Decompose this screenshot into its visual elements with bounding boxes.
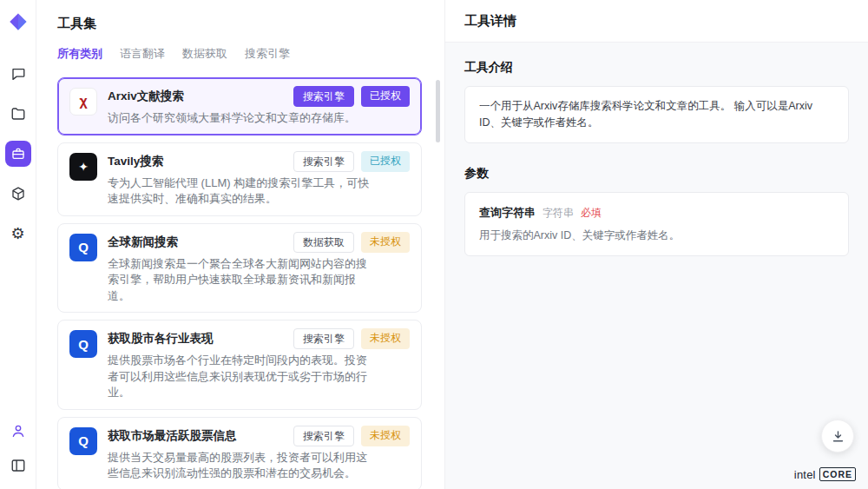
tool-icon: Q bbox=[69, 427, 97, 455]
tool-name: Tavily搜索 bbox=[108, 154, 293, 169]
settings-icon[interactable]: ⚙ bbox=[5, 221, 31, 247]
auth-status-badge: 未授权 bbox=[361, 426, 410, 446]
tool-description: 全球新闻搜索是一个聚合全球各大新闻网站内容的搜索引擎，帮助用户快速获取全球最新资… bbox=[108, 256, 370, 304]
tool-card[interactable]: ✦ Tavily搜索 搜索引擎 已授权 专为人工智能代理 (LLM) 构建的搜索… bbox=[57, 142, 422, 216]
auth-status-badge: 未授权 bbox=[361, 232, 410, 253]
auth-status-badge: 已授权 bbox=[361, 151, 410, 172]
tool-name: 获取股市各行业表现 bbox=[108, 331, 293, 347]
briefcase-icon[interactable] bbox=[5, 141, 31, 167]
tool-body: 全球新闻搜索 数据获取 未授权 全球新闻搜索是一个聚合全球各大新闻网站内容的搜索… bbox=[108, 232, 410, 305]
tool-name: Arxiv文献搜索 bbox=[108, 89, 293, 104]
tool-description: 提供股票市场各个行业在特定时间段内的表现。投资者可以利用这些信息来识别表现优于或… bbox=[108, 353, 370, 400]
tool-body: Tavily搜索 搜索引擎 已授权 专为人工智能代理 (LLM) 构建的搜索引擎… bbox=[108, 151, 410, 208]
app-logo[interactable] bbox=[9, 12, 28, 35]
category-tab[interactable]: 数据获取 bbox=[182, 46, 227, 62]
details-title: 工具详情 bbox=[445, 0, 868, 43]
panel-icon[interactable] bbox=[5, 453, 31, 479]
category-badge: 数据获取 bbox=[293, 232, 354, 253]
left-rail: ⚙ bbox=[0, 0, 36, 489]
intel-core-badge: CORE bbox=[819, 467, 856, 481]
category-badge: 搜索引擎 bbox=[293, 328, 354, 349]
tool-icon: ✦ bbox=[69, 153, 97, 181]
tool-card[interactable]: χ Arxiv文献搜索 搜索引擎 已授权 访问各个研究领域大量科学论文和文章的存… bbox=[57, 77, 422, 135]
package-icon[interactable] bbox=[5, 181, 31, 207]
page-title: 工具集 bbox=[36, 16, 444, 32]
intro-card: 一个用于从Arxiv存储库搜索科学论文和文章的工具。 输入可以是Arxiv ID… bbox=[464, 86, 849, 143]
tool-icon: Q bbox=[69, 234, 97, 261]
tool-icon-glyph: ✦ bbox=[78, 160, 89, 174]
tool-details-panel: 工具详情 工具介绍 一个用于从Arxiv存储库搜索科学论文和文章的工具。 输入可… bbox=[444, 0, 868, 489]
category-tabs: 所有类别 语言翻译 数据获取 搜索引擎 bbox=[36, 46, 444, 62]
scrollbar-thumb[interactable] bbox=[436, 80, 440, 142]
tool-head: Arxiv文献搜索 搜索引擎 已授权 bbox=[108, 86, 410, 107]
tool-head: 全球新闻搜索 数据获取 未授权 bbox=[108, 232, 410, 253]
tool-head: 获取市场最活跃股票信息 搜索引擎 未授权 bbox=[108, 426, 410, 446]
tool-card[interactable]: Q 获取市场最活跃股票信息 搜索引擎 未授权 提供当天交易量最高的股票列表，投资… bbox=[57, 417, 422, 489]
category-tab[interactable]: 所有类别 bbox=[57, 46, 102, 62]
download-button[interactable] bbox=[821, 420, 854, 453]
category-tab[interactable]: 搜索引擎 bbox=[245, 46, 290, 62]
tool-description: 专为人工智能代理 (LLM) 构建的搜索引擎工具，可快速提供实时、准确和真实的结… bbox=[108, 175, 370, 208]
intro-text: 一个用于从Arxiv存储库搜索科学论文和文章的工具。 输入可以是Arxiv ID… bbox=[479, 100, 812, 129]
tool-head: Tavily搜索 搜索引擎 已授权 bbox=[108, 151, 410, 172]
params-heading: 参数 bbox=[464, 166, 849, 182]
tool-description: 访问各个研究领域大量科学论文和文章的存储库。 bbox=[108, 110, 370, 126]
intel-wordmark: intel bbox=[794, 468, 816, 481]
tool-badges: 搜索引擎 未授权 bbox=[293, 426, 410, 446]
category-tab[interactable]: 语言翻译 bbox=[120, 46, 165, 62]
tool-head: 获取股市各行业表现 搜索引擎 未授权 bbox=[108, 328, 410, 349]
param-required-flag: 必填 bbox=[581, 205, 602, 221]
tool-description: 提供当天交易量最高的股票列表，投资者可以利用这些信息来识别流动性强的股票和潜在的… bbox=[108, 450, 370, 482]
tool-name: 全球新闻搜索 bbox=[108, 235, 293, 250]
param-row: 查询字符串 字符串 必填 bbox=[479, 204, 834, 221]
details-content: 工具介绍 一个用于从Arxiv存储库搜索科学论文和文章的工具。 输入可以是Arx… bbox=[445, 43, 868, 270]
tool-badges: 搜索引擎 未授权 bbox=[293, 328, 410, 349]
tool-badges: 数据获取 未授权 bbox=[293, 232, 410, 253]
gear-glyph: ⚙ bbox=[10, 226, 24, 241]
tool-icon-glyph: Q bbox=[78, 240, 89, 254]
tool-body: Arxiv文献搜索 搜索引擎 已授权 访问各个研究领域大量科学论文和文章的存储库… bbox=[108, 86, 410, 127]
intro-heading: 工具介绍 bbox=[464, 60, 849, 76]
category-badge: 搜索引擎 bbox=[293, 86, 354, 107]
category-badge: 搜索引擎 bbox=[293, 151, 354, 172]
auth-status-badge: 已授权 bbox=[361, 86, 410, 107]
category-badge: 搜索引擎 bbox=[293, 426, 354, 446]
tool-name: 获取市场最活跃股票信息 bbox=[108, 428, 293, 444]
tool-list-panel: 工具集 所有类别 语言翻译 数据获取 搜索引擎 χ Arxiv文献搜索 搜索引擎 bbox=[36, 0, 444, 489]
tool-list: χ Arxiv文献搜索 搜索引擎 已授权 访问各个研究领域大量科学论文和文章的存… bbox=[36, 76, 444, 489]
tool-icon-glyph: Q bbox=[78, 433, 89, 448]
param-type: 字符串 bbox=[542, 205, 574, 221]
tool-icon-glyph: χ bbox=[79, 94, 87, 109]
tool-icon: χ bbox=[69, 88, 97, 116]
tool-body: 获取市场最活跃股票信息 搜索引擎 未授权 提供当天交易量最高的股票列表，投资者可… bbox=[108, 426, 410, 482]
param-name: 查询字符串 bbox=[479, 204, 536, 221]
tool-body: 获取股市各行业表现 搜索引擎 未授权 提供股票市场各个行业在特定时间段内的表现。… bbox=[108, 328, 410, 401]
tool-badges: 搜索引擎 已授权 bbox=[293, 151, 410, 172]
intel-core-logo: intel CORE bbox=[794, 467, 856, 481]
folder-icon[interactable] bbox=[5, 101, 31, 127]
chat-icon[interactable] bbox=[5, 61, 31, 87]
tool-badges: 搜索引擎 已授权 bbox=[293, 86, 410, 107]
tool-icon: Q bbox=[69, 330, 97, 358]
user-icon[interactable] bbox=[5, 418, 31, 444]
tool-icon-glyph: Q bbox=[78, 337, 89, 352]
auth-status-badge: 未授权 bbox=[361, 328, 410, 349]
download-icon bbox=[831, 429, 845, 444]
tool-card[interactable]: Q 获取股市各行业表现 搜索引擎 未授权 提供股票市场各个行业在特定时间段内的表… bbox=[57, 320, 422, 410]
tool-card[interactable]: Q 全球新闻搜索 数据获取 未授权 全球新闻搜索是一个聚合全球各大新闻网站内容的… bbox=[57, 223, 422, 314]
param-card: 查询字符串 字符串 必填 用于搜索的Arxiv ID、关键字或作者姓名。 bbox=[464, 192, 849, 256]
param-description: 用于搜索的Arxiv ID、关键字或作者姓名。 bbox=[479, 228, 834, 244]
